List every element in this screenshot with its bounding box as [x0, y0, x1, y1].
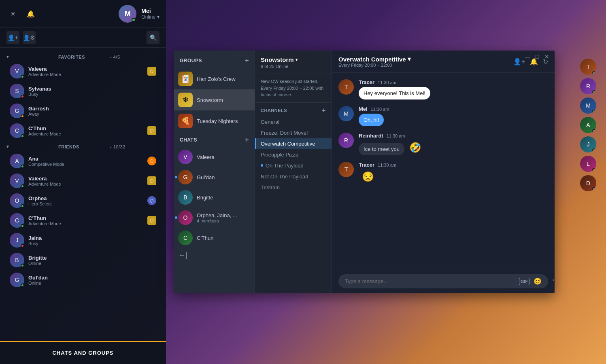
chat-title-wrap: Overwatch Competitive ▾ Every Friday 20:…: [338, 55, 513, 68]
add-group-button[interactable]: +: [245, 57, 249, 64]
server-description: New OW season just started. Every Friday…: [255, 74, 332, 103]
channel-name: General: [261, 119, 279, 125]
gif-button[interactable]: GIF: [519, 278, 529, 285]
channel-item[interactable]: Pineapple Pizza: [255, 149, 332, 160]
channel-name: Freeze, Don't Move!: [261, 130, 308, 136]
chat-name: Brigitte: [197, 195, 213, 201]
friend-avatar: C: [10, 213, 24, 228]
friend-name: Gul'dan: [28, 275, 156, 281]
bell-icon[interactable]: 🔔: [24, 7, 37, 20]
search-button[interactable]: 🔍: [147, 31, 159, 44]
message-content: Mei 11:30 am Oh, hi!: [359, 106, 548, 126]
friend-avatar: G: [10, 273, 24, 287]
friend-info: Orphea Hero Select: [28, 195, 143, 206]
list-item[interactable]: O Orphea Hero Select ⬡: [3, 191, 163, 210]
emoji-button[interactable]: 😊: [534, 277, 542, 285]
add-chat-button[interactable]: +: [245, 136, 249, 144]
manage-friends-button[interactable]: 👤⚙: [23, 31, 36, 44]
chat-item[interactable]: V Valeera: [174, 147, 255, 167]
game-icon: ⬡: [147, 216, 156, 225]
member-avatar[interactable]: M: [580, 97, 596, 114]
list-item[interactable]: C C'Thun Adventure Mode ⬡: [3, 121, 163, 140]
channel-item-active[interactable]: Overwatch Competitive: [255, 138, 332, 149]
add-member-icon[interactable]: 👤+: [513, 58, 525, 66]
channel-name: On The Payload: [266, 163, 304, 169]
list-item[interactable]: C C'Thun Adventure Mode ⬡: [3, 211, 163, 230]
bottom-bar: CHATS AND GROUPS: [0, 341, 166, 364]
channel-item[interactable]: On The Payload: [255, 160, 332, 171]
chat-item[interactable]: B Brigitte: [174, 187, 255, 207]
message-time: 11:30 am: [387, 133, 405, 138]
member-avatar[interactable]: A: [580, 117, 596, 133]
chat-name: Gul'dan: [197, 174, 215, 180]
chat-item[interactable]: G Gul'dan: [174, 167, 255, 187]
member-avatar[interactable]: D: [580, 175, 596, 191]
channel-item[interactable]: Freeze, Don't Move!: [255, 127, 332, 138]
user-avatar-wrap[interactable]: M: [119, 5, 136, 23]
message-avatar: T: [338, 79, 354, 95]
add-channel-button[interactable]: +: [322, 107, 326, 114]
message-header: Tracer 11:30 am: [359, 79, 548, 85]
list-item[interactable]: A Ana Competitive Mode ⬡: [3, 151, 163, 171]
friend-name: Garrosh: [28, 106, 156, 112]
unread-indicator: [175, 176, 177, 178]
list-item[interactable]: G Gul'dan Online: [3, 270, 163, 290]
add-friend-button[interactable]: 👤+: [6, 31, 19, 44]
chat-item[interactable]: C C'Thun: [174, 228, 255, 248]
group-item[interactable]: ❄ Snowstorm: [174, 89, 255, 110]
group-name: Tuesday Nighters: [197, 118, 238, 124]
list-item[interactable]: S Sylvanas Busy: [3, 81, 163, 101]
channel-item[interactable]: General: [255, 116, 332, 127]
send-button[interactable]: →: [549, 276, 556, 284]
friend-name: Jaina: [28, 235, 156, 241]
message-avatar: M: [338, 106, 354, 121]
friend-mode: Adventure Mode: [28, 131, 143, 136]
user-status-dot: [132, 18, 136, 22]
list-item[interactable]: V Valeera Adventure Mode ⬡: [3, 61, 163, 81]
message-input[interactable]: [345, 278, 515, 284]
message-item: T Tracer 11:30 am Hey everyone! This is …: [338, 79, 548, 99]
friend-avatar: O: [10, 193, 24, 208]
server-name[interactable]: Snowstorm ▾: [261, 56, 326, 63]
message-avatar: T: [338, 162, 354, 177]
user-info: Mei Online ▾: [141, 8, 159, 20]
channel-item[interactable]: Not On The Payload: [255, 171, 332, 182]
list-item[interactable]: V Valeera Adventure Mode ⬡: [3, 171, 163, 190]
member-avatar[interactable]: J: [580, 136, 596, 152]
group-icon: 🍕: [178, 114, 193, 128]
friend-info: C'Thun Adventure Mode: [28, 125, 143, 136]
collapse-button[interactable]: ←|: [178, 251, 251, 260]
channel-name: Overwatch Competitive: [261, 141, 315, 147]
member-avatar[interactable]: L: [580, 156, 596, 172]
window-controls: — □ ✕: [525, 54, 550, 59]
unread-indicator: [175, 216, 177, 219]
list-item[interactable]: G Garrosh Away: [3, 101, 163, 121]
user-status[interactable]: Online ▾: [141, 14, 159, 20]
maximize-button[interactable]: □: [534, 54, 540, 59]
list-item[interactable]: J Jaina Busy: [3, 231, 163, 250]
chat-item[interactable]: O Orphea, Jaina, ... 4 members: [174, 207, 255, 228]
group-item[interactable]: 🍕 Tuesday Nighters: [174, 110, 255, 131]
member-avatar[interactable]: T: [580, 59, 596, 75]
close-button[interactable]: ✕: [544, 54, 550, 59]
friend-mode: Adventure Mode: [28, 72, 143, 77]
chats-and-groups-button[interactable]: CHATS AND GROUPS: [0, 342, 166, 364]
favorites-section-header[interactable]: ▾ Favorites - 4/5: [0, 51, 166, 61]
group-icon: 🃏: [178, 72, 193, 86]
group-item[interactable]: 🃏 Han Zolo's Crew: [174, 68, 255, 89]
minimize-button[interactable]: —: [525, 54, 530, 59]
favorites-count: - 4/5: [110, 55, 159, 59]
friend-info: Ana Competitive Mode: [28, 156, 143, 167]
friend-avatar: A: [10, 154, 24, 168]
friend-name: Sylvanas: [28, 86, 156, 92]
chat-area: Overwatch Competitive ▾ Every Friday 20:…: [332, 51, 555, 293]
friend-avatar: C: [10, 123, 24, 138]
sun-icon[interactable]: ☀: [6, 7, 19, 20]
friends-section-header[interactable]: ▾ Friends - 10/32: [0, 141, 166, 151]
member-avatar[interactable]: R: [580, 78, 596, 94]
channel-item[interactable]: Tristram: [255, 182, 332, 193]
message-emoji: 😒: [359, 169, 377, 184]
friend-name: C'Thun: [28, 215, 143, 221]
list-item[interactable]: B Brigitte Online: [3, 250, 163, 270]
friend-info: Valeera Adventure Mode: [28, 66, 143, 77]
